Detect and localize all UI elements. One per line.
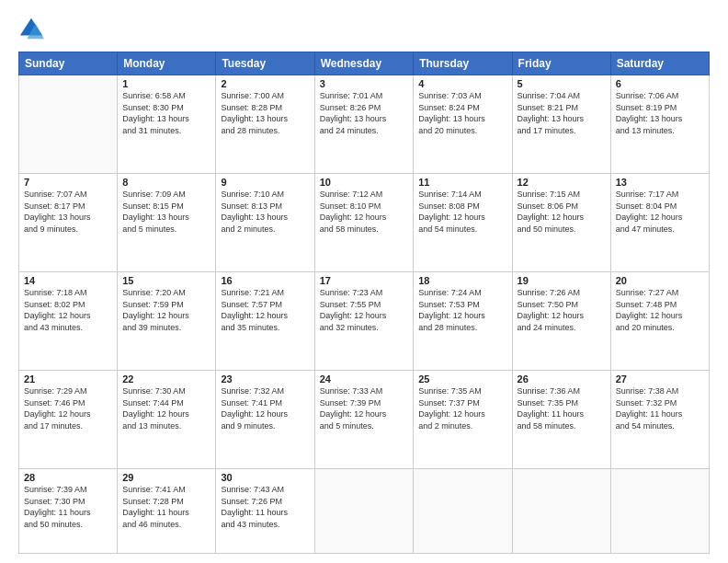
day-number: 26 <box>518 373 606 385</box>
table-row: 10Sunrise: 7:12 AM Sunset: 8:10 PM Dayli… <box>314 174 414 272</box>
table-row: 4Sunrise: 7:03 AM Sunset: 8:24 PM Daylig… <box>414 75 512 174</box>
day-number: 29 <box>122 472 210 483</box>
day-number: 7 <box>24 177 112 188</box>
day-info: Sunrise: 7:07 AM Sunset: 8:17 PM Dayligh… <box>24 189 112 235</box>
table-row: 22Sunrise: 7:30 AM Sunset: 7:44 PM Dayli… <box>118 371 216 469</box>
table-row: 15Sunrise: 7:20 AM Sunset: 7:59 PM Dayli… <box>118 272 216 371</box>
day-info: Sunrise: 7:14 AM Sunset: 8:08 PM Dayligh… <box>418 189 506 235</box>
weekday-header-row: Sunday Monday Tuesday Wednesday Thursday… <box>19 52 710 75</box>
day-number: 28 <box>24 472 112 483</box>
header-saturday: Saturday <box>610 52 709 75</box>
day-number: 1 <box>122 78 210 89</box>
day-number: 10 <box>320 177 409 188</box>
header-friday: Friday <box>512 52 610 75</box>
table-row: 17Sunrise: 7:23 AM Sunset: 7:55 PM Dayli… <box>314 272 414 371</box>
calendar-table: Sunday Monday Tuesday Wednesday Thursday… <box>18 52 710 554</box>
day-number: 14 <box>24 275 112 286</box>
day-info: Sunrise: 7:21 AM Sunset: 7:57 PM Dayligh… <box>221 287 309 333</box>
day-number: 16 <box>221 275 309 286</box>
table-row: 2Sunrise: 7:00 AM Sunset: 8:28 PM Daylig… <box>216 75 314 174</box>
table-row <box>512 469 610 554</box>
day-info: Sunrise: 7:26 AM Sunset: 7:50 PM Dayligh… <box>518 287 606 333</box>
day-info: Sunrise: 7:41 AM Sunset: 7:28 PM Dayligh… <box>122 484 210 530</box>
day-number: 5 <box>518 78 606 89</box>
day-number: 13 <box>616 177 704 188</box>
day-number: 15 <box>122 275 210 286</box>
table-row: 18Sunrise: 7:24 AM Sunset: 7:53 PM Dayli… <box>414 272 512 371</box>
day-number: 24 <box>320 373 409 385</box>
day-number: 30 <box>221 472 309 483</box>
table-row: 3Sunrise: 7:01 AM Sunset: 8:26 PM Daylig… <box>314 75 414 174</box>
day-info: Sunrise: 7:06 AM Sunset: 8:19 PM Dayligh… <box>616 90 704 136</box>
table-row: 29Sunrise: 7:41 AM Sunset: 7:28 PM Dayli… <box>118 469 216 554</box>
calendar-page: Sunday Monday Tuesday Wednesday Thursday… <box>0 0 728 563</box>
table-row: 12Sunrise: 7:15 AM Sunset: 8:06 PM Dayli… <box>512 174 610 272</box>
day-number: 27 <box>616 373 704 385</box>
table-row <box>314 469 414 554</box>
table-row: 8Sunrise: 7:09 AM Sunset: 8:15 PM Daylig… <box>118 174 216 272</box>
day-number: 3 <box>320 78 409 89</box>
day-number: 12 <box>518 177 606 188</box>
day-number: 4 <box>418 78 506 89</box>
day-info: Sunrise: 7:15 AM Sunset: 8:06 PM Dayligh… <box>518 189 606 235</box>
day-info: Sunrise: 7:03 AM Sunset: 8:24 PM Dayligh… <box>418 90 506 136</box>
table-row: 25Sunrise: 7:35 AM Sunset: 7:37 PM Dayli… <box>414 371 512 469</box>
day-info: Sunrise: 7:38 AM Sunset: 7:32 PM Dayligh… <box>616 385 704 431</box>
table-row: 9Sunrise: 7:10 AM Sunset: 8:13 PM Daylig… <box>216 174 314 272</box>
header-wednesday: Wednesday <box>314 52 414 75</box>
logo <box>18 17 48 42</box>
table-row: 24Sunrise: 7:33 AM Sunset: 7:39 PM Dayli… <box>314 371 414 469</box>
day-number: 11 <box>418 177 506 188</box>
table-row: 13Sunrise: 7:17 AM Sunset: 8:04 PM Dayli… <box>610 174 709 272</box>
day-number: 9 <box>221 177 309 188</box>
day-info: Sunrise: 7:35 AM Sunset: 7:37 PM Dayligh… <box>418 385 506 431</box>
day-info: Sunrise: 7:24 AM Sunset: 7:53 PM Dayligh… <box>418 287 506 333</box>
day-number: 6 <box>616 78 704 89</box>
day-info: Sunrise: 7:10 AM Sunset: 8:13 PM Dayligh… <box>221 189 309 235</box>
day-info: Sunrise: 7:01 AM Sunset: 8:26 PM Dayligh… <box>320 90 409 136</box>
day-info: Sunrise: 6:58 AM Sunset: 8:30 PM Dayligh… <box>122 90 210 136</box>
day-number: 23 <box>221 373 309 385</box>
day-info: Sunrise: 7:43 AM Sunset: 7:26 PM Dayligh… <box>221 484 309 530</box>
header <box>18 17 710 42</box>
day-info: Sunrise: 7:09 AM Sunset: 8:15 PM Dayligh… <box>122 189 210 235</box>
day-info: Sunrise: 7:04 AM Sunset: 8:21 PM Dayligh… <box>518 90 606 136</box>
table-row: 14Sunrise: 7:18 AM Sunset: 8:02 PM Dayli… <box>19 272 118 371</box>
day-number: 25 <box>418 373 506 385</box>
table-row: 27Sunrise: 7:38 AM Sunset: 7:32 PM Dayli… <box>610 371 709 469</box>
table-row: 16Sunrise: 7:21 AM Sunset: 7:57 PM Dayli… <box>216 272 314 371</box>
day-number: 18 <box>418 275 506 286</box>
table-row: 11Sunrise: 7:14 AM Sunset: 8:08 PM Dayli… <box>414 174 512 272</box>
table-row <box>610 469 709 554</box>
day-number: 2 <box>221 78 309 89</box>
day-info: Sunrise: 7:23 AM Sunset: 7:55 PM Dayligh… <box>320 287 409 333</box>
table-row: 23Sunrise: 7:32 AM Sunset: 7:41 PM Dayli… <box>216 371 314 469</box>
table-row <box>414 469 512 554</box>
header-thursday: Thursday <box>414 52 512 75</box>
table-row: 20Sunrise: 7:27 AM Sunset: 7:48 PM Dayli… <box>610 272 709 371</box>
day-info: Sunrise: 7:27 AM Sunset: 7:48 PM Dayligh… <box>616 287 704 333</box>
table-row: 1Sunrise: 6:58 AM Sunset: 8:30 PM Daylig… <box>118 75 216 174</box>
day-info: Sunrise: 7:36 AM Sunset: 7:35 PM Dayligh… <box>518 385 606 431</box>
day-info: Sunrise: 7:30 AM Sunset: 7:44 PM Dayligh… <box>122 385 210 431</box>
day-number: 17 <box>320 275 409 286</box>
table-row: 30Sunrise: 7:43 AM Sunset: 7:26 PM Dayli… <box>216 469 314 554</box>
day-number: 22 <box>122 373 210 385</box>
table-row: 5Sunrise: 7:04 AM Sunset: 8:21 PM Daylig… <box>512 75 610 174</box>
table-row: 7Sunrise: 7:07 AM Sunset: 8:17 PM Daylig… <box>19 174 118 272</box>
day-info: Sunrise: 7:33 AM Sunset: 7:39 PM Dayligh… <box>320 385 409 431</box>
table-row: 6Sunrise: 7:06 AM Sunset: 8:19 PM Daylig… <box>610 75 709 174</box>
day-number: 20 <box>616 275 704 286</box>
day-info: Sunrise: 7:12 AM Sunset: 8:10 PM Dayligh… <box>320 189 409 235</box>
header-monday: Monday <box>118 52 216 75</box>
logo-icon <box>18 17 44 42</box>
table-row <box>19 75 118 174</box>
day-info: Sunrise: 7:00 AM Sunset: 8:28 PM Dayligh… <box>221 90 309 136</box>
table-row: 21Sunrise: 7:29 AM Sunset: 7:46 PM Dayli… <box>19 371 118 469</box>
day-info: Sunrise: 7:29 AM Sunset: 7:46 PM Dayligh… <box>24 385 112 431</box>
day-info: Sunrise: 7:39 AM Sunset: 7:30 PM Dayligh… <box>24 484 112 530</box>
day-number: 19 <box>518 275 606 286</box>
day-number: 21 <box>24 373 112 385</box>
table-row: 26Sunrise: 7:36 AM Sunset: 7:35 PM Dayli… <box>512 371 610 469</box>
day-number: 8 <box>122 177 210 188</box>
